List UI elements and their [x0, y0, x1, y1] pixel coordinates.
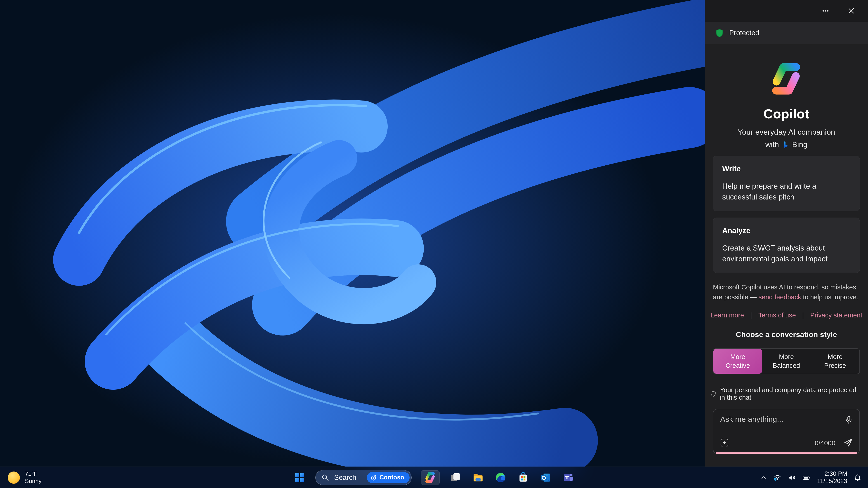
- copilot-panel-header: [705, 0, 868, 22]
- store-button[interactable]: [517, 470, 530, 485]
- card-title: Analyze: [722, 226, 850, 235]
- teams-button[interactable]: [562, 470, 575, 485]
- send-feedback-link[interactable]: send feedback: [758, 293, 801, 301]
- card-title: Write: [722, 164, 850, 173]
- bing-label: Bing: [792, 140, 807, 149]
- weather-temp: 71°F: [25, 470, 41, 477]
- close-icon: [847, 7, 855, 15]
- suggestion-card-write[interactable]: Write Help me prepare and write a succes…: [713, 156, 860, 211]
- link-separator: |: [802, 312, 804, 319]
- protected-status-bar: Protected: [705, 22, 868, 44]
- style-more-balanced[interactable]: More Balanced: [762, 349, 811, 374]
- notifications-button[interactable]: [854, 474, 862, 482]
- chevron-up-icon: [760, 474, 767, 481]
- with-label: with: [765, 140, 779, 149]
- task-view-icon: [450, 472, 461, 483]
- mic-icon: [844, 415, 854, 425]
- contoso-badge[interactable]: Contoso: [367, 472, 410, 483]
- link-separator: |: [750, 312, 752, 319]
- conversation-style-heading: Choose a conversation style: [705, 330, 868, 339]
- weather-condition: Sunny: [25, 478, 41, 485]
- copilot-sidebar: Protected Copilot Your everyday AI compa…: [705, 0, 868, 466]
- style-more-creative[interactable]: More Creative: [713, 349, 762, 374]
- file-explorer-icon: [472, 472, 484, 483]
- weather-widget[interactable]: 71°F Sunny: [8, 467, 41, 488]
- task-view-button[interactable]: [449, 470, 462, 485]
- terms-of-use-link[interactable]: Terms of use: [758, 312, 796, 319]
- contoso-label: Contoso: [379, 474, 404, 481]
- weather-text: 71°F Sunny: [25, 470, 41, 485]
- input-accent-underline: [716, 452, 857, 454]
- style-more-precise[interactable]: More Precise: [811, 349, 860, 374]
- start-button[interactable]: [293, 470, 306, 485]
- taskbar: 71°F Sunny Search: [0, 466, 868, 488]
- teams-icon: [563, 472, 574, 483]
- bell-icon: [854, 474, 862, 482]
- footer-links: Learn more | Terms of use | Privacy stat…: [705, 312, 868, 319]
- sun-icon: [8, 471, 20, 484]
- card-body: Create a SWOT analysis about environment…: [722, 242, 850, 264]
- search-placeholder: Search: [334, 474, 362, 482]
- file-explorer-button[interactable]: [471, 470, 485, 485]
- mic-button[interactable]: [844, 415, 854, 426]
- privacy-statement-link[interactable]: Privacy statement: [810, 312, 862, 319]
- with-bing-row: with Bing: [765, 140, 808, 149]
- copilot-icon: [424, 472, 436, 484]
- card-body: Help me prepare and write a successful s…: [722, 181, 850, 202]
- taskbar-search[interactable]: Search Contoso: [315, 470, 412, 485]
- more-icon: [821, 6, 830, 15]
- tray-overflow-button[interactable]: [760, 474, 767, 481]
- battery-icon: [802, 473, 811, 482]
- more-options-button[interactable]: [819, 4, 832, 17]
- segment-line: More: [779, 353, 794, 361]
- data-protection-note: Your personal and company data are prote…: [705, 386, 868, 401]
- segment-line: More: [730, 353, 745, 361]
- clock[interactable]: 2:30 PM 11/15/2023: [817, 470, 847, 484]
- visual-search-icon: [720, 438, 729, 447]
- tray-time: 2:30 PM: [825, 470, 847, 477]
- volume-icon: [788, 474, 796, 482]
- network-button[interactable]: [773, 474, 781, 482]
- outlook-icon: [540, 472, 552, 483]
- protected-shield-icon: [715, 29, 724, 37]
- copilot-subtitle: Your everyday AI companion: [738, 128, 835, 136]
- edge-button[interactable]: [494, 470, 507, 485]
- protected-label: Protected: [729, 29, 759, 37]
- system-tray: 2:30 PM 11/15/2023: [760, 467, 862, 488]
- battery-button[interactable]: [802, 473, 811, 482]
- conversation-style-picker: More Creative More Balanced More Precise: [713, 348, 860, 374]
- taskbar-center: Search Contoso: [293, 467, 575, 488]
- segment-line: Precise: [824, 362, 846, 369]
- shield-outline-icon: [710, 390, 716, 397]
- start-icon: [294, 472, 305, 483]
- tray-date: 11/15/2023: [817, 478, 847, 485]
- segment-line: More: [828, 353, 842, 361]
- taskbar-copilot-button[interactable]: [421, 470, 440, 485]
- outlook-button[interactable]: [539, 470, 553, 485]
- volume-button[interactable]: [788, 474, 796, 482]
- ai-disclaimer: Microsoft Copilot uses AI to respond, so…: [713, 283, 860, 302]
- store-icon: [518, 472, 529, 483]
- segment-line: Creative: [725, 362, 750, 369]
- contoso-target-icon: [370, 474, 377, 481]
- send-button[interactable]: [843, 437, 854, 449]
- copilot-title: Copilot: [763, 106, 809, 121]
- visual-search-button[interactable]: [720, 438, 729, 448]
- suggestion-card-analyze[interactable]: Analyze Create a SWOT analysis about env…: [713, 218, 860, 273]
- disclaimer-text-after: to help us improve.: [801, 293, 858, 301]
- data-protection-text: Your personal and company data are prote…: [720, 386, 863, 401]
- char-counter: 0/4000: [815, 439, 835, 447]
- learn-more-link[interactable]: Learn more: [710, 312, 744, 319]
- chat-input-box: 0/4000: [713, 409, 860, 454]
- segment-line: Balanced: [773, 362, 800, 369]
- input-toolbar: 0/4000: [720, 437, 854, 449]
- wifi-shield-icon: [773, 474, 781, 482]
- copilot-logo: [769, 62, 804, 96]
- desktop-screen: Protected Copilot Your everyday AI compa…: [0, 0, 868, 488]
- send-icon: [843, 437, 854, 448]
- bing-logo: [782, 141, 789, 149]
- close-button[interactable]: [845, 4, 858, 17]
- edge-icon: [495, 472, 506, 483]
- copilot-brand-block: Copilot Your everyday AI companion with …: [705, 44, 868, 149]
- search-icon: [321, 474, 329, 482]
